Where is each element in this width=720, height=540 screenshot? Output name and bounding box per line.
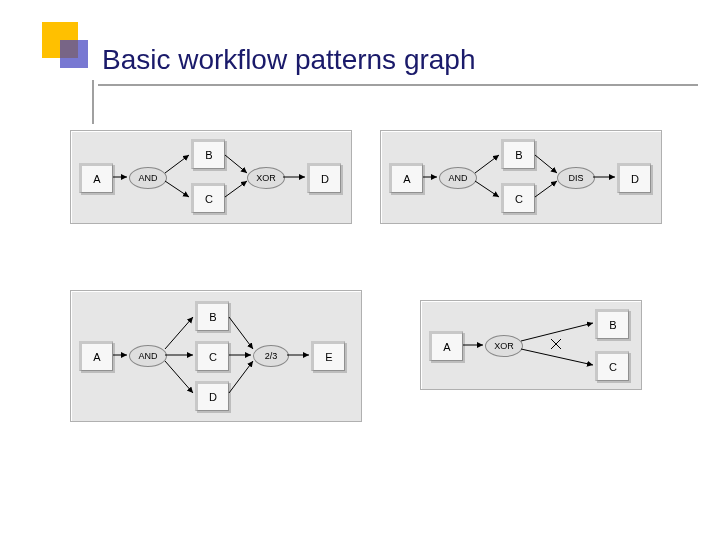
svg-line-10 bbox=[535, 181, 557, 197]
node-C: C bbox=[191, 183, 225, 213]
svg-line-4 bbox=[225, 181, 247, 197]
node-A: A bbox=[429, 331, 463, 361]
gate-dis: DIS bbox=[557, 167, 595, 189]
svg-line-18 bbox=[229, 361, 253, 393]
node-A: A bbox=[79, 163, 113, 193]
node-D: D bbox=[617, 163, 651, 193]
page-title: Basic workflow patterns graph bbox=[102, 44, 476, 76]
diagram-panel-3: A AND B C D 2/3 E bbox=[70, 290, 362, 422]
gate-2of3: 2/3 bbox=[253, 345, 289, 367]
decoration-hline bbox=[98, 84, 698, 86]
node-D: D bbox=[195, 381, 229, 411]
node-B: B bbox=[195, 301, 229, 331]
svg-line-3 bbox=[225, 155, 247, 173]
node-C: C bbox=[501, 183, 535, 213]
svg-line-2 bbox=[165, 181, 189, 197]
slide: Basic workflow patterns graph A AND B C … bbox=[0, 0, 720, 540]
svg-line-8 bbox=[475, 181, 499, 197]
gate-and: AND bbox=[129, 167, 167, 189]
svg-line-1 bbox=[165, 155, 189, 173]
svg-line-15 bbox=[165, 361, 193, 393]
diagram-panel-4: A XOR B C bbox=[420, 300, 642, 390]
diagram-panel-2: A AND B C DIS D bbox=[380, 130, 662, 224]
node-A: A bbox=[79, 341, 113, 371]
node-B: B bbox=[595, 309, 629, 339]
diagram-panel-1: A AND B C XOR D bbox=[70, 130, 352, 224]
gate-and: AND bbox=[129, 345, 167, 367]
node-B: B bbox=[191, 139, 225, 169]
node-B: B bbox=[501, 139, 535, 169]
svg-line-9 bbox=[535, 155, 557, 173]
node-A: A bbox=[389, 163, 423, 193]
node-E: E bbox=[311, 341, 345, 371]
svg-line-7 bbox=[475, 155, 499, 173]
gate-xor: XOR bbox=[247, 167, 285, 189]
node-C: C bbox=[595, 351, 629, 381]
svg-line-13 bbox=[165, 317, 193, 349]
svg-line-16 bbox=[229, 317, 253, 349]
decoration-vline bbox=[92, 80, 94, 124]
svg-line-21 bbox=[521, 323, 593, 341]
svg-line-22 bbox=[521, 349, 593, 365]
node-D: D bbox=[307, 163, 341, 193]
gate-and: AND bbox=[439, 167, 477, 189]
decoration-square-blue bbox=[60, 40, 88, 68]
gate-xor: XOR bbox=[485, 335, 523, 357]
svg-line-24 bbox=[551, 339, 561, 349]
node-C: C bbox=[195, 341, 229, 371]
svg-line-23 bbox=[551, 339, 561, 349]
